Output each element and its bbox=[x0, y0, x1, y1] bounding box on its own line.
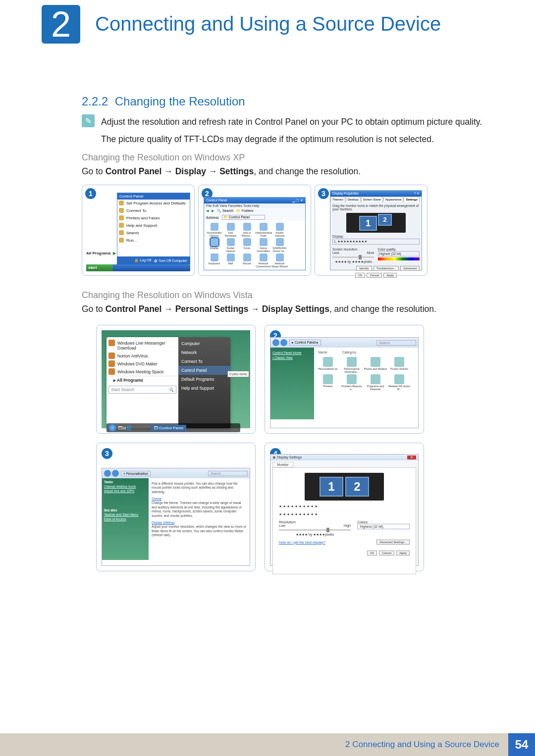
monitor-preview: 1 2 bbox=[346, 213, 406, 233]
start-item: Printers and Faxes bbox=[117, 214, 190, 222]
res-group: Resolution: LowHigh ★★★★ by ★★★★pixels bbox=[279, 520, 351, 537]
tab: Screen Saver bbox=[361, 197, 383, 202]
xp-subheading: Changing the Resolution on Windows XP bbox=[82, 152, 245, 163]
ok-button: OK bbox=[367, 551, 377, 555]
vista-start-menu: Windows Live Messenger Download Norton A… bbox=[107, 337, 230, 428]
display-settings-link: Display Settings bbox=[152, 521, 247, 524]
cp-home-link: Control Panel Home bbox=[272, 351, 312, 354]
ql-icon: 🗔 bbox=[118, 426, 122, 430]
cp-icon: Adobe Gamma bbox=[271, 223, 288, 237]
close-icon: ✕ bbox=[407, 455, 416, 459]
chapter-title: Connecting and Using a Source Device bbox=[95, 13, 441, 35]
ds-desc: Adjust your monitor resolution, which ch… bbox=[152, 525, 247, 537]
res-slider bbox=[279, 529, 351, 531]
note-line-1: Adjust the resolution and refresh rate i… bbox=[101, 115, 482, 129]
cp-icon: Programs and Features bbox=[364, 374, 387, 391]
stars2: ★★★★★★★★★★ bbox=[279, 512, 410, 516]
start-item: Search bbox=[117, 229, 190, 237]
section-number: 2.2.2 bbox=[82, 95, 108, 108]
side-link: Ease of Access bbox=[104, 517, 147, 521]
start-right-item: Network bbox=[178, 348, 230, 357]
cp-icon: Network Connections bbox=[255, 253, 271, 268]
screen-res-group: Screen resolution LessMore ★★★★ by ★★★★p… bbox=[332, 248, 374, 264]
color-combo: Highest (32 bit) bbox=[378, 251, 420, 256]
cp-menubar: File Edit View Favorites Tools Help bbox=[204, 203, 305, 208]
cp-icons: Accessibility Options Add Hardware Add o… bbox=[204, 221, 305, 270]
title: Display Properties bbox=[332, 192, 359, 196]
pixels: ★★★★ by ★★★★pixels bbox=[279, 533, 351, 537]
start-item: Connect To bbox=[117, 207, 190, 214]
cp-icon: Add or Remov... bbox=[239, 223, 255, 237]
arrow: → bbox=[161, 304, 175, 314]
cp-icon: Game Controllers bbox=[255, 238, 271, 252]
tab-settings: Settings bbox=[404, 197, 420, 202]
titlebar: 🖥 Display Settings✕ bbox=[270, 454, 418, 460]
cp-icon: Problem Reports a... bbox=[340, 374, 364, 391]
bold: Display bbox=[175, 166, 206, 176]
apply-button: Apply bbox=[396, 551, 410, 555]
ql-icon: 🌐 bbox=[126, 426, 131, 430]
cp-icon: Add Hardware bbox=[222, 223, 239, 237]
label: Address bbox=[206, 216, 219, 219]
monitor-1: 1 bbox=[320, 477, 343, 497]
breadcrumb: « Personalization bbox=[121, 471, 151, 476]
logoff-bar: 🔒 Log Off ⏻ Turn Off Computer bbox=[117, 256, 190, 264]
fwd-icon bbox=[112, 470, 119, 477]
start-item: Windows DVD Maker bbox=[107, 360, 178, 368]
bold: Control Panel bbox=[106, 166, 162, 176]
vcp-body: Control Panel Home • Classic View NameCa… bbox=[270, 348, 418, 419]
arrow: → bbox=[206, 166, 219, 176]
color-group: Color quality Highest (32 bit) bbox=[378, 248, 420, 264]
step-badge-3: 3 bbox=[102, 448, 112, 459]
screenshot-vista-personalization: 3 « Personalization Search Tasks Change … bbox=[96, 443, 256, 571]
vista-subheading: Changing the Resolution on Windows Vista bbox=[82, 290, 253, 301]
vcp-icons: Personalizati on Performance Informatio.… bbox=[316, 357, 416, 391]
sidebar: Tasks Change desktop icons Adjust font s… bbox=[102, 478, 149, 560]
mouse-desc: Pick a different mouse pointer. You can … bbox=[152, 482, 247, 494]
cp-toolbar: ◀ ▶ 🔍 Search 📁 Folders bbox=[204, 208, 305, 214]
screenshot-xp-display-properties: 3 Display Properties? ✕ Themes Desktop S… bbox=[315, 185, 428, 276]
start-item: Help and Support bbox=[117, 222, 190, 229]
dp-buttons-row2: OK Cancel Apply bbox=[332, 273, 420, 278]
label: Color quality bbox=[378, 248, 420, 251]
all-programs: All Programs▶ bbox=[86, 251, 116, 255]
vcp-window: ▸ Control Panel ▸ Search Control Panel H… bbox=[270, 337, 419, 428]
start-right-item: Connect To bbox=[178, 357, 230, 366]
title: Display Settings bbox=[277, 455, 302, 459]
high: High bbox=[344, 524, 351, 527]
screenshot-vista-control-panel: 2 ▸ Control Panel ▸ Search Control Panel… bbox=[265, 325, 424, 434]
dp-buttons-row1: Identify Troubleshoot... Advanced bbox=[332, 266, 420, 271]
search-field: Search bbox=[376, 340, 416, 346]
col-category: Category bbox=[342, 351, 356, 354]
address-field: 📁 Control Panel bbox=[222, 215, 265, 220]
nav-buttons bbox=[104, 470, 119, 477]
color-combo: Highest (32 bit) bbox=[357, 524, 410, 529]
cp-icon: Performance Informatio... bbox=[340, 357, 364, 373]
cancel-button: Cancel bbox=[379, 551, 394, 555]
cp-icon: Phone and Modem ... bbox=[364, 357, 387, 373]
cp-icon: Realtek HD Audio M... bbox=[387, 374, 411, 391]
dp-window: Display Properties? ✕ Themes Desktop Scr… bbox=[330, 190, 422, 270]
search-icon: 🔍 bbox=[168, 387, 174, 392]
theme-link: Theme bbox=[152, 497, 247, 501]
section-name: Changing the Resolution bbox=[115, 95, 245, 108]
cp-icon: Mail bbox=[222, 253, 239, 268]
ok-button: OK bbox=[355, 273, 366, 278]
chapter-number-badge: 2 bbox=[42, 5, 80, 44]
pixels: ★★★★ by ★★★★pixels bbox=[332, 260, 374, 264]
start-right-control-panel: Control Panel bbox=[178, 366, 230, 375]
cp-icon: Administrative Tools bbox=[255, 223, 271, 237]
window-controls: ▁ ▢ ✕ bbox=[292, 199, 303, 202]
color-bar bbox=[378, 257, 420, 260]
vista-instruction: Go to Control Panel → Personal Settings … bbox=[82, 304, 436, 314]
drag-text: Drag the monitor icons to match the phys… bbox=[332, 204, 420, 211]
vcp-main: NameCategory Personalizati on Performanc… bbox=[314, 348, 418, 419]
side-link: Adjust font size (DPI) bbox=[104, 489, 147, 493]
logoff-label: 🔒 Log Off bbox=[134, 258, 151, 262]
bold: Display Settings bbox=[262, 304, 329, 314]
step-badge-1: 1 bbox=[85, 188, 96, 199]
cp-icon-display: Display bbox=[206, 238, 222, 252]
turnoff-label: ⏻ Turn Off Computer bbox=[154, 259, 187, 262]
display-combo: 1. ★★★★★★★★★★ bbox=[332, 239, 420, 245]
start-item: Set Program Access and Defaults bbox=[117, 200, 190, 207]
